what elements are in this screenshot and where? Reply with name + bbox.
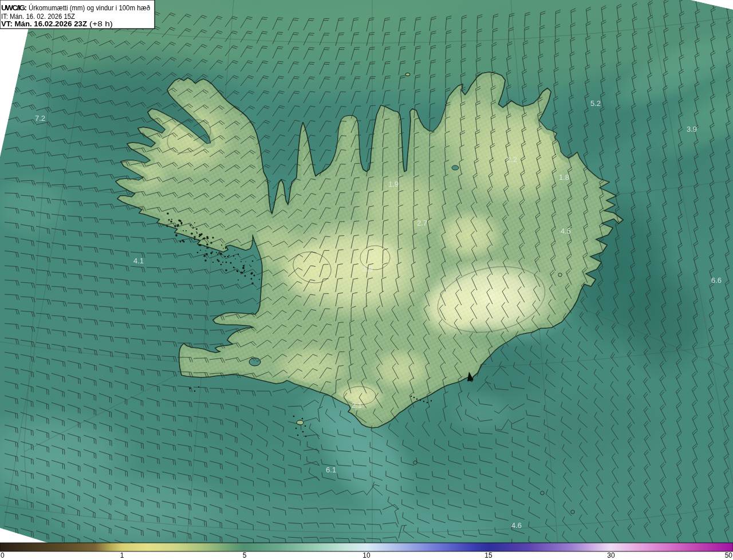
svg-text:Úrkomumætti (mm) og vindur i 1: Úrkomumætti (mm) og vindur i 100m hæð — [29, 3, 150, 12]
svg-text:1.8: 1.8 — [559, 173, 569, 182]
svg-text:6.1: 6.1 — [326, 466, 336, 474]
svg-text:IT: Mán. 16. 02. 2026 15Z: IT: Mán. 16. 02. 2026 15Z — [1, 13, 75, 21]
svg-text:1: 1 — [120, 551, 124, 559]
svg-text:2.7: 2.7 — [417, 219, 427, 227]
svg-text:2.2: 2.2 — [507, 155, 517, 164]
svg-text:0: 0 — [1, 551, 5, 559]
svg-text:4.1: 4.1 — [133, 257, 144, 265]
svg-text:6.6: 6.6 — [711, 276, 722, 285]
svg-text:15: 15 — [484, 551, 492, 559]
svg-text:1.9: 1.9 — [362, 265, 373, 273]
svg-text:4.6: 4.6 — [511, 521, 522, 530]
svg-text:VT: Mán. 16.02.2026 23Z: VT: Mán. 16.02.2026 23Z — [1, 20, 87, 28]
svg-text:5: 5 — [243, 551, 247, 559]
svg-text:10: 10 — [362, 551, 371, 559]
svg-text:7.2: 7.2 — [35, 114, 45, 123]
svg-text:5.2: 5.2 — [590, 99, 601, 108]
svg-text:3.9: 3.9 — [687, 125, 697, 133]
svg-text:(+8 h): (+8 h) — [89, 20, 113, 28]
svg-text:4.5: 4.5 — [561, 227, 571, 235]
svg-text:2.1: 2.1 — [352, 401, 362, 409]
svg-text:50: 50 — [725, 551, 733, 559]
svg-text:30: 30 — [607, 551, 615, 559]
svg-text:1.9: 1.9 — [388, 180, 399, 188]
svg-text:UWC/IG:: UWC/IG: — [1, 3, 27, 12]
